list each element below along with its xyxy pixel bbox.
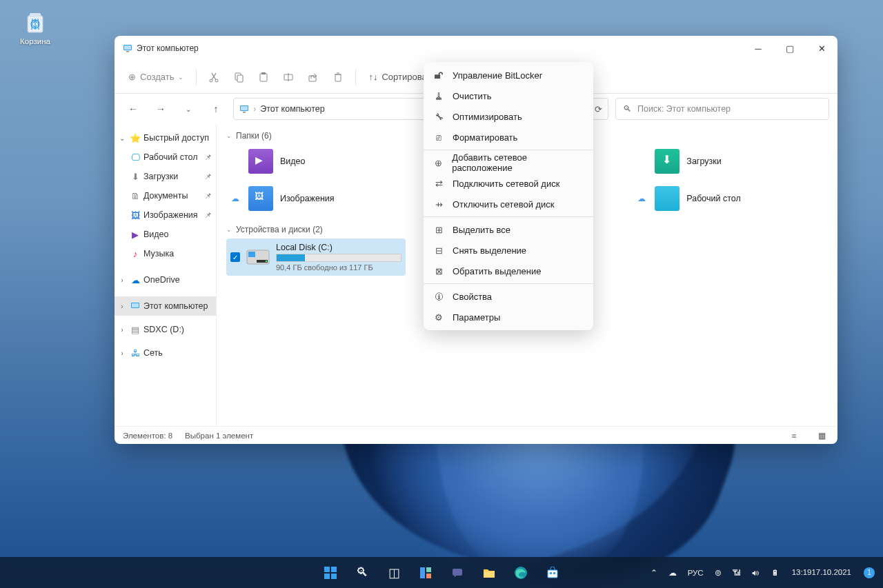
refresh-icon[interactable]: ⟳ (595, 104, 602, 114)
rename-icon[interactable] (277, 65, 300, 89)
ctx-deselect[interactable]: ⊟Снять выделение (424, 240, 593, 261)
ctx-add-netloc[interactable]: ⊕Добавить сетевое расположение (424, 152, 593, 173)
tray-onedrive-icon[interactable]: ☁ (664, 559, 681, 587)
network-icon: 🖧 (130, 347, 141, 358)
sidebar-onedrive[interactable]: ›☁OneDrive (115, 270, 216, 290)
taskbar-explorer[interactable] (475, 559, 503, 587)
tray-battery-icon[interactable]: 🔋︎ (767, 559, 784, 587)
tray-overflow[interactable]: ⌃ (646, 559, 662, 587)
this-pc-icon (239, 104, 249, 114)
tray-language[interactable]: РУС (684, 559, 708, 587)
view-tiles-icon[interactable]: ▦ (814, 429, 829, 443)
this-pc-icon (123, 43, 132, 53)
svg-point-24 (266, 261, 268, 263)
drive-c[interactable]: ✓ Local Disk (C:) 90,4 ГБ свободно из 11… (226, 239, 406, 276)
tray-network-icon[interactable]: ⊚ (711, 559, 726, 587)
sidebar-item-pictures[interactable]: 🖼Изображения📌︎ (115, 205, 216, 225)
ctx-optimize[interactable]: 🔧︎Оптимизировать (424, 106, 593, 127)
drive-icon (246, 245, 270, 270)
format-icon: ⎚ (433, 132, 444, 143)
desktop-icon: 🖵 (130, 152, 141, 163)
folder-downloads[interactable]: ⬇Загрузки (633, 145, 828, 178)
maximize-button[interactable]: ▢ (774, 36, 806, 61)
svg-rect-27 (324, 574, 330, 579)
desktop-recycle-bin[interactable]: Корзина (12, 8, 58, 45)
sidebar-network[interactable]: ›🖧Сеть (115, 343, 216, 363)
download-icon: ⬇ (130, 171, 141, 182)
svg-rect-4 (126, 51, 129, 52)
svg-rect-10 (261, 72, 266, 74)
svg-rect-8 (237, 75, 243, 82)
tray-notifications[interactable]: 1 (860, 559, 879, 587)
taskbar-search[interactable]: 🔍︎ (348, 559, 376, 587)
tray-wifi-icon[interactable]: 📶︎ (728, 559, 745, 587)
delete-icon[interactable] (326, 65, 350, 89)
music-icon: ♪ (130, 248, 141, 259)
this-pc-icon (130, 301, 141, 312)
taskbar-widgets[interactable] (412, 559, 439, 587)
minimize-button[interactable]: ─ (742, 36, 774, 61)
window-title: Этот компьютер (137, 43, 199, 53)
ctx-bitlocker[interactable]: 🔓︎Управление BitLocker (424, 65, 593, 85)
recycle-bin-label: Корзина (12, 37, 58, 45)
ctx-select-all[interactable]: ⊞Выделить все (424, 219, 593, 240)
ctx-properties[interactable]: 🛈Свойства (424, 286, 593, 307)
share-icon[interactable] (301, 65, 325, 89)
tray-volume-icon[interactable]: 🔊︎ (748, 559, 764, 587)
tray-clock[interactable]: 13:19 17.10.2021 (786, 559, 857, 587)
selectall-icon: ⊞ (433, 225, 444, 235)
svg-rect-29 (420, 567, 425, 578)
paste-icon[interactable] (252, 65, 275, 89)
svg-rect-3 (124, 45, 131, 50)
toolbar-new[interactable]: ⊕ Создать ⌄ (121, 65, 190, 89)
ctx-unmap-drive[interactable]: ⇸Отключить сетевой диск (424, 194, 593, 214)
taskbar-chat[interactable] (444, 559, 471, 587)
nav-forward[interactable]: → (150, 99, 171, 119)
nav-back[interactable]: ← (123, 99, 143, 119)
properties-icon: 🛈 (433, 292, 444, 302)
taskbar-edge[interactable] (507, 559, 535, 587)
view-details-icon[interactable]: ≡ (786, 429, 802, 443)
pin-icon: 📌︎ (204, 211, 212, 219)
sidebar-item-videos[interactable]: ▶Видео (115, 225, 216, 244)
sidebar-item-music[interactable]: ♪Музыка (115, 244, 216, 263)
ctx-format[interactable]: ⎚Форматировать (424, 127, 593, 148)
star-icon: ⭐ (130, 132, 141, 143)
sidebar-item-documents[interactable]: 🗎Документы📌︎ (115, 186, 216, 205)
lock-icon: 🔓︎ (433, 70, 444, 81)
invert-icon: ⊠ (433, 266, 444, 276)
svg-point-5 (210, 79, 212, 82)
sidebar-this-pc[interactable]: ›Этот компьютер (115, 296, 216, 316)
desktop-folder-icon (655, 186, 679, 211)
sdcard-icon: ▤ (130, 324, 141, 335)
sidebar-sdxc[interactable]: ›▤SDXC (D:) (115, 320, 216, 339)
status-selected: Выбран 1 элемент (185, 432, 253, 440)
close-button[interactable]: ✕ (806, 36, 837, 61)
cut-icon[interactable] (202, 65, 226, 89)
folder-video[interactable]: ▶Видео (226, 145, 421, 178)
taskbar[interactable]: 🔍︎ ◫ ⌃ ☁ РУС ⊚ 📶︎ 🔊︎ 🔋︎ 13:19 17.10.2021… (0, 557, 883, 588)
ctx-map-drive[interactable]: ⇄Подключить сетевой диск (424, 173, 593, 194)
sidebar-item-desktop[interactable]: 🖵Рабочий стол📌︎ (115, 148, 216, 167)
ctx-invert[interactable]: ⊠Обратить выделение (424, 261, 593, 281)
folder-pictures[interactable]: ☁🖼︎Изображения (226, 182, 421, 215)
ctx-cleanup[interactable]: 🧹︎Очистить (424, 85, 593, 106)
copy-icon[interactable] (227, 65, 250, 89)
folder-desktop[interactable]: ☁Рабочий стол (633, 182, 828, 215)
drive-bar (276, 254, 401, 262)
svg-rect-26 (331, 567, 337, 572)
taskbar-store[interactable] (539, 559, 566, 587)
titlebar[interactable]: Этот компьютер ─ ▢ ✕ (115, 36, 837, 61)
settings-icon: ⚙ (433, 312, 444, 323)
address-path: Этот компьютер (260, 104, 324, 114)
nav-up[interactable]: ↑ (206, 99, 226, 119)
nav-recent[interactable]: ⌄ (178, 99, 199, 119)
sidebar-item-downloads[interactable]: ⬇Загрузки📌︎ (115, 167, 216, 186)
ctx-settings[interactable]: ⚙Параметры (424, 307, 593, 327)
search-input[interactable]: 🔍︎ Поиск: Этот компьютер (615, 98, 829, 120)
sidebar-quick-access[interactable]: ⌄⭐Быстрый доступ (115, 128, 216, 148)
start-button[interactable] (317, 559, 344, 587)
svg-rect-36 (550, 572, 552, 574)
taskbar-taskview[interactable]: ◫ (380, 559, 408, 587)
drive-checkbox[interactable]: ✓ (230, 252, 240, 262)
